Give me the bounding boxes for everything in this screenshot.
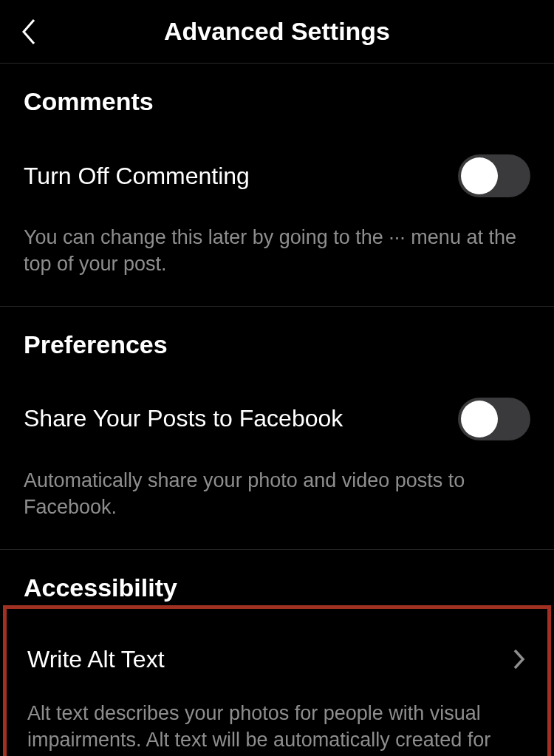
- section-title-comments: Comments: [24, 64, 530, 116]
- setting-row-commenting: Turn Off Commenting: [24, 116, 530, 197]
- toggle-commenting[interactable]: [458, 154, 530, 197]
- toggle-knob: [461, 401, 498, 437]
- highlight-alt-text: Write Alt Text Alt text describes your p…: [3, 605, 551, 756]
- header: Advanced Settings: [0, 0, 554, 64]
- setting-description-commenting: You can change this later by going to th…: [24, 197, 530, 306]
- section-comments: Comments Turn Off Commenting You can cha…: [0, 64, 554, 307]
- section-title-preferences: Preferences: [24, 307, 530, 359]
- setting-label-commenting: Turn Off Commenting: [24, 163, 250, 190]
- nav-label-alt-text: Write Alt Text: [27, 646, 165, 673]
- section-title-accessibility: Accessibility: [24, 550, 530, 602]
- chevron-right-icon: [512, 648, 527, 670]
- toggle-facebook[interactable]: [458, 398, 530, 440]
- setting-description-facebook: Automatically share your photo and video…: [24, 440, 530, 549]
- setting-row-facebook: Share Your Posts to Facebook: [24, 359, 530, 440]
- setting-label-facebook: Share Your Posts to Facebook: [24, 405, 343, 432]
- section-accessibility: Accessibility: [0, 550, 554, 602]
- toggle-knob: [461, 157, 498, 194]
- section-preferences: Preferences Share Your Posts to Facebook…: [0, 307, 554, 550]
- back-icon[interactable]: [18, 21, 40, 43]
- nav-row-alt-text[interactable]: Write Alt Text: [27, 609, 527, 673]
- page-title: Advanced Settings: [0, 17, 554, 46]
- setting-description-alt-text: Alt text describes your photos for peopl…: [27, 673, 527, 756]
